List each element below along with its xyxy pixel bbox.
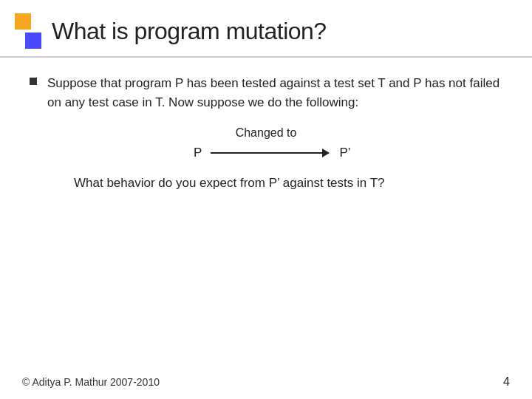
color-block-decoration — [15, 13, 41, 49]
arrow-line — [211, 152, 329, 154]
orange-block — [15, 13, 31, 30]
bullet-text: Suppose that program P has been tested a… — [47, 74, 502, 113]
copyright-text: © Aditya P. Mathur 2007-2010 — [22, 376, 160, 388]
program-pprime-label: P’ — [339, 146, 350, 160]
arrow-row: P P’ — [181, 146, 350, 160]
blue-block — [25, 33, 41, 49]
program-p-label: P — [181, 146, 202, 160]
question-text: What behavior do you expect from P’ agai… — [74, 174, 502, 193]
slide-footer: © Aditya P. Mathur 2007-2010 4 — [22, 375, 510, 389]
bullet-icon — [30, 78, 37, 85]
slide: What is program mutation? Suppose that p… — [0, 0, 532, 399]
changed-to-label: Changed to — [236, 126, 297, 140]
bullet-item: Suppose that program P has been tested a… — [30, 74, 502, 113]
slide-header: What is program mutation? — [0, 0, 532, 58]
page-number: 4 — [503, 375, 510, 389]
content-area: Suppose that program P has been tested a… — [0, 58, 532, 200]
mutation-diagram: Changed to P P’ — [30, 126, 502, 160]
slide-title: What is program mutation? — [52, 18, 327, 45]
